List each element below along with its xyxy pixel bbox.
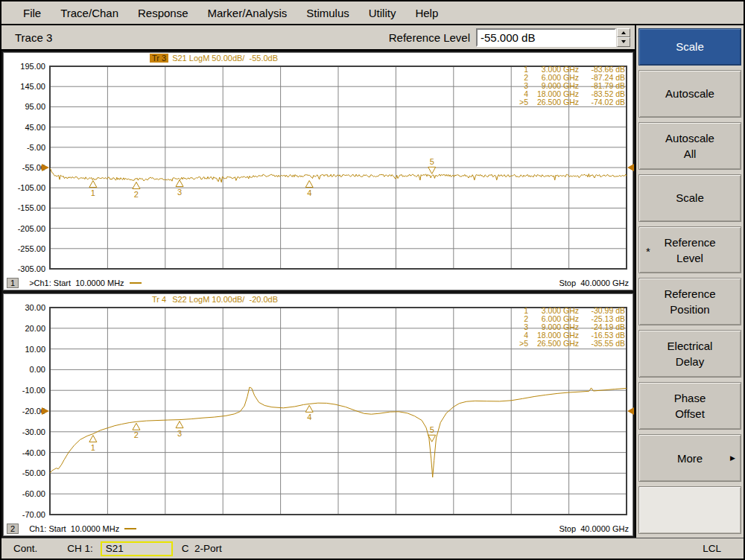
softkey-electrical-delay[interactable]: ElectricalDelay (638, 330, 741, 378)
softkey-reference-position[interactable]: ReferencePosition (638, 278, 741, 325)
marker-1-triangle-icon[interactable] (89, 436, 97, 442)
softkey-label: More (677, 451, 703, 466)
menu-bar: FileTrace/ChanResponseMarker/AnalysisSti… (1, 1, 744, 25)
y-axis-tick-label: -155.00 (18, 203, 45, 212)
submenu-arrow-icon: ▶ (730, 454, 735, 462)
softkey-label: Position (670, 302, 709, 317)
s21-plot-area[interactable]: 195.00145.0095.0045.00-5.00-55.00-105.00… (4, 63, 634, 277)
menu-item-response[interactable]: Response (128, 4, 198, 22)
softkey-blank (638, 486, 741, 534)
active-entry-toolbar: Trace 3 Reference Level (1, 25, 635, 51)
marker-2-triangle-icon[interactable] (133, 182, 140, 189)
marker-4-triangle-icon[interactable] (305, 181, 313, 188)
s21-start-frequency: >Ch1: Start 10.0000 MHz (29, 279, 124, 287)
y-axis-tick-label: -30.00 (22, 427, 45, 436)
softkey-autoscale[interactable]: Autoscale (638, 70, 741, 118)
softkey-scale-menu-title[interactable]: Scale (638, 28, 741, 66)
sweep-mode-status: Cont. (13, 543, 37, 554)
menu-item-marker-analysis[interactable]: Marker/Analysis (198, 4, 297, 22)
plot-region: Tr 3 S21 LogM 50.00dB/ -55.0dB 195.00145… (1, 51, 635, 538)
trace-3-badge[interactable]: Tr 3 (150, 54, 168, 63)
marker-4-label: 4 (307, 413, 311, 421)
y-axis-tick-label: -40.00 (22, 448, 45, 457)
softkey-label: Offset (675, 406, 705, 421)
marker-3-triangle-icon[interactable] (176, 421, 183, 428)
marker-readout-number: >5 (519, 339, 528, 348)
y-axis-tick-label: -10.00 (22, 386, 45, 395)
marker-3-triangle-icon[interactable] (176, 180, 183, 187)
reference-level-arrow-left-icon[interactable] (42, 407, 49, 415)
s21-plot-footer: 1 >Ch1: Start 10.0000 MHz Stop 40.0000 G… (7, 277, 629, 289)
reference-level-entry: Reference Level (389, 28, 630, 47)
marker-readout-number: >5 (519, 98, 528, 106)
y-axis-tick-label: -70.00 (22, 510, 45, 519)
y-axis-tick-label: -105.00 (18, 183, 45, 192)
y-axis-tick-label: 20.00 (25, 324, 45, 333)
reference-level-input[interactable] (476, 28, 616, 47)
marker-2-triangle-icon[interactable] (133, 423, 140, 430)
softkey-scale[interactable]: Scale (638, 174, 741, 222)
spinner-up-button[interactable] (617, 28, 630, 38)
y-axis-tick-label: 195.00 (20, 63, 45, 71)
marker-5-label: 5 (430, 425, 434, 434)
y-axis-tick-label: 0.00 (30, 365, 45, 374)
softkey-label: Delay (676, 354, 704, 369)
marker-1-triangle-icon[interactable] (89, 181, 97, 188)
marker-4-triangle-icon[interactable] (305, 405, 313, 412)
trace-3-info: S21 LogM 50.00dB/ -55.0dB (172, 54, 278, 63)
softkey-label: Reference (664, 286, 715, 302)
reference-level-arrow-left-icon[interactable] (42, 164, 49, 171)
softkey-more[interactable]: More▶ (638, 434, 741, 482)
window-1-badge: 1 (7, 278, 19, 288)
marker-1-label: 1 (91, 188, 95, 197)
y-axis-tick-label: -255.00 (18, 244, 45, 253)
marker-readout-frequency: 26.500 GHz (537, 339, 579, 348)
softkey-label: Electrical (668, 338, 713, 354)
window-2-badge: 2 (7, 524, 19, 534)
local-remote-status: LCL (703, 543, 721, 554)
trace-4-badge[interactable]: Tr 4 (150, 295, 168, 304)
marker-5-triangle-icon[interactable] (428, 167, 436, 174)
active-trace-title: Trace 3 (15, 31, 52, 44)
active-function-asterisk-icon: * (646, 244, 650, 257)
y-axis-tick-label: 30.00 (25, 305, 45, 312)
down-arrow-icon (621, 40, 626, 43)
calibration-status: C 2-Port (182, 543, 222, 554)
marker-5-label: 5 (430, 157, 434, 166)
reference-level-spinner (617, 28, 630, 47)
s21-stop-frequency: Stop 40.0000 GHz (559, 279, 629, 287)
marker-1-label: 1 (91, 443, 95, 452)
menu-item-trace-chan[interactable]: Trace/Chan (51, 4, 128, 22)
marker-2-label: 2 (134, 430, 139, 439)
softkey-autoscale-all[interactable]: AutoscaleAll (638, 122, 741, 170)
softkey-label: Scale (676, 39, 704, 54)
s22-plot-area[interactable]: 30.0020.0010.000.00-10.00-20.00-30.00-40… (4, 305, 634, 523)
menu-item-stimulus[interactable]: Stimulus (297, 4, 359, 22)
s22-plot-footer: 2 Ch1: Start 10.0000 MHz Stop 40.0000 GH… (7, 523, 629, 535)
trace-4-color-dash (124, 528, 136, 529)
softkey-label: Level (676, 250, 703, 266)
reference-level-arrow-right-icon[interactable] (627, 164, 634, 171)
y-axis-tick-label: -205.00 (18, 224, 45, 233)
softkey-reference-level[interactable]: ReferenceLevel* (638, 226, 741, 274)
softkey-phase-offset[interactable]: PhaseOffset (638, 382, 741, 430)
up-arrow-icon (621, 31, 626, 34)
reference-level-arrow-right-icon[interactable] (627, 407, 634, 415)
y-axis-tick-label: -60.00 (22, 489, 45, 498)
spinner-down-button[interactable] (617, 37, 630, 47)
trace-3-color-dash (130, 282, 142, 284)
trace-4-header: Tr 4 S22 LogM 10.00dB/ -20.0dB (150, 295, 278, 304)
marker-2-label: 2 (134, 190, 139, 199)
menu-item-utility[interactable]: Utility (359, 4, 406, 22)
s22-start-frequency: Ch1: Start 10.0000 MHz (29, 524, 119, 533)
marker-4-label: 4 (307, 188, 311, 197)
trace-3-header: Tr 3 S21 LogM 50.00dB/ -55.0dB (150, 54, 278, 63)
menu-item-help[interactable]: Help (405, 4, 448, 22)
active-measurement-field[interactable]: S21 (101, 541, 173, 556)
marker-3-label: 3 (177, 188, 182, 197)
menu-item-file[interactable]: File (13, 4, 51, 22)
plot-window-s22: Tr 4 S22 LogM 10.00dB/ -20.0dB 30.0020.0… (3, 293, 633, 536)
y-axis-tick-label: 45.00 (25, 123, 45, 132)
y-axis-tick-label: 10.00 (25, 345, 45, 354)
marker-readout-frequency: 26.500 GHz (537, 98, 579, 106)
